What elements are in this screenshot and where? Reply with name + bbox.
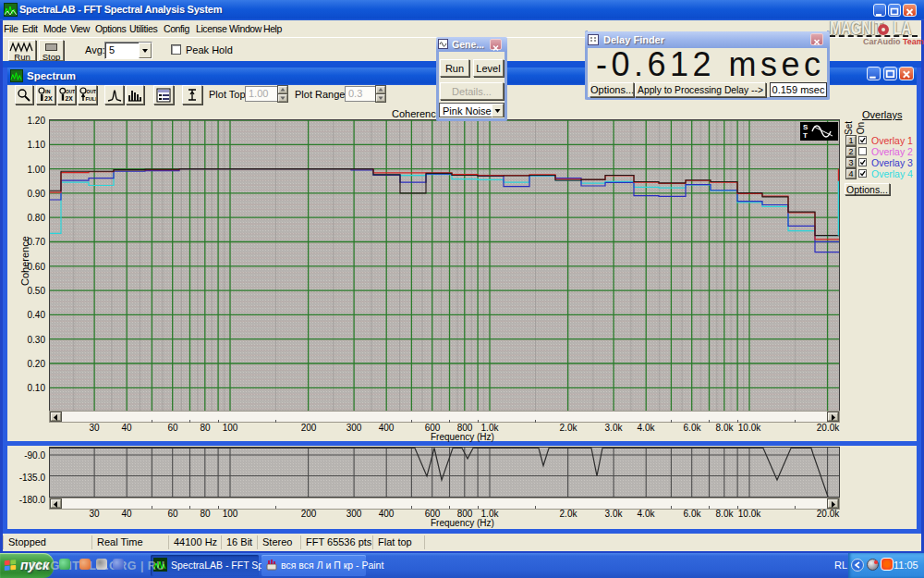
svg-text:FULL: FULL [86,96,97,102]
svg-text:2X: 2X [66,95,74,102]
svg-text:IN: IN [45,89,51,94]
svg-text:OUT: OUT [87,89,97,94]
svg-text:2X: 2X [44,95,53,102]
svg-text:OUT: OUT [66,90,75,94]
